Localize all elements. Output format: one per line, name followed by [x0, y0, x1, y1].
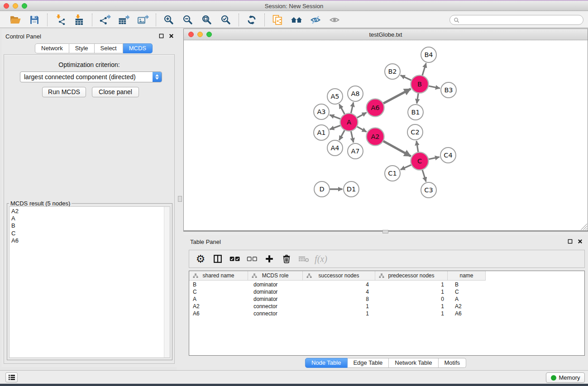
float-panel-icon[interactable] [567, 238, 573, 244]
table-cell[interactable]: 1 [375, 281, 448, 288]
memory-label: Memory [559, 374, 580, 381]
mcds-result-item[interactable]: B [10, 222, 170, 229]
column-header-shared-name[interactable]: shared name [189, 271, 248, 281]
resize-grip-icon[interactable] [581, 224, 587, 230]
close-panel-button[interactable]: Close panel [92, 87, 139, 97]
column-header-successor-nodes[interactable]: successor nodes [303, 271, 375, 281]
run-mcds-button[interactable]: Run MCDS [42, 87, 86, 97]
export-table-icon[interactable] [116, 13, 132, 27]
table-cell[interactable]: 1 [303, 310, 375, 317]
table-cell[interactable]: 4 [303, 288, 375, 295]
table-cell[interactable]: B [448, 281, 486, 288]
table-cell[interactable]: A2 [189, 303, 248, 310]
columns-icon[interactable] [210, 252, 225, 266]
task-history-button[interactable] [5, 372, 18, 382]
table-cell[interactable]: connector [248, 303, 303, 310]
table-cell[interactable]: A6 [189, 310, 248, 317]
table-cell[interactable]: 1 [375, 288, 448, 295]
import-network-icon[interactable] [52, 13, 68, 27]
table-cell[interactable]: A2 [448, 303, 486, 310]
deselect-all-icon[interactable] [244, 252, 260, 266]
table-cell[interactable]: dominator [248, 295, 303, 303]
network-graph[interactable]: AA1A2A3A4A5A6A7A8BB1B2B3B4CC1C2C3C4DD1 [184, 40, 588, 230]
export-network-icon[interactable] [97, 13, 113, 27]
mcds-result-list[interactable]: A2ABCA6 [9, 206, 170, 358]
mcds-result-item[interactable]: A6 [10, 237, 170, 244]
table-row[interactable]: Bdominator41B [189, 281, 584, 288]
delete-row-icon[interactable] [279, 252, 294, 266]
search-field[interactable] [462, 17, 579, 23]
tab-select[interactable]: Select [95, 43, 123, 53]
table-cell[interactable]: 4 [303, 281, 375, 288]
column-header-predecessor-nodes[interactable]: predecessor nodes [375, 271, 448, 281]
show-all-icon[interactable] [326, 13, 343, 27]
add-row-icon[interactable] [262, 252, 277, 266]
column-header-MCDS-role[interactable]: MCDS role [248, 271, 303, 281]
tab-network-table[interactable]: Network Table [389, 358, 438, 368]
network-canvas[interactable]: AA1A2A3A4A5A6A7A8BB1B2B3B4CC1C2C3C4DD1 [184, 40, 588, 230]
horizontal-split-divider[interactable] [183, 231, 588, 235]
table-cell[interactable]: 1 [303, 303, 375, 310]
column-header-name[interactable]: name [448, 271, 486, 281]
divider-handle[interactable] [382, 230, 388, 234]
tab-motifs[interactable]: Motifs [438, 358, 466, 368]
tab-mcds[interactable]: MCDS [123, 43, 153, 53]
table-cell[interactable]: 1 [375, 303, 448, 310]
zoom-fit-icon[interactable] [199, 13, 215, 27]
export-image-icon[interactable] [135, 13, 151, 27]
mcds-result-item[interactable]: C [10, 230, 170, 237]
table-row[interactable]: Adominator80A [189, 295, 584, 303]
table-cell[interactable]: C [448, 288, 486, 295]
table-cell[interactable]: A [448, 295, 486, 303]
table-row[interactable]: A6connector11A6 [189, 310, 584, 317]
close-panel-icon[interactable] [577, 238, 583, 244]
table-cell[interactable]: A6 [448, 310, 486, 317]
tab-style[interactable]: Style [69, 43, 95, 53]
first-neighbors-icon[interactable] [288, 13, 305, 27]
divider-handle[interactable] [178, 196, 182, 202]
mcds-result-item[interactable]: A2 [10, 208, 170, 215]
zoom-in-icon[interactable] [161, 13, 177, 27]
network-from-selection-icon[interactable] [269, 13, 286, 27]
zoom-out-icon[interactable] [180, 13, 196, 27]
search-input[interactable] [449, 15, 583, 25]
scrollbar-track[interactable] [164, 207, 170, 357]
zoom-selected-icon[interactable] [218, 13, 234, 27]
table-cell[interactable]: connector [248, 310, 303, 317]
select-all-icon[interactable] [227, 252, 243, 266]
optimization-criterion-label: Optimization criterion: [4, 61, 174, 68]
float-panel-icon[interactable] [158, 33, 164, 38]
table-cell[interactable]: dominator [248, 288, 303, 295]
tab-network[interactable]: Network [35, 43, 69, 53]
refresh-icon[interactable] [244, 13, 260, 27]
hide-selected-icon[interactable] [307, 13, 324, 27]
criterion-select[interactable]: largest connected component (directed) [20, 71, 162, 82]
network-window-titlebar[interactable]: testGlobe.txt [184, 29, 588, 40]
control-panel-title: Control Panel [5, 33, 41, 40]
table-cell[interactable]: C [189, 288, 248, 295]
toolbar-separator [47, 14, 48, 26]
table-cell[interactable]: 1 [375, 310, 448, 317]
table-cell[interactable]: dominator [248, 281, 303, 288]
settings-icon[interactable]: ⚙ [193, 252, 208, 266]
import-table-icon[interactable] [71, 13, 87, 27]
vertical-split-divider[interactable] [177, 28, 183, 370]
table-cell[interactable]: 0 [375, 295, 448, 303]
mcds-result-item[interactable]: A [10, 215, 170, 222]
table-panel-title: Table Panel [190, 238, 221, 245]
table-cell[interactable]: A [189, 295, 248, 303]
toolbar-separator [239, 14, 239, 26]
table-row[interactable]: Cdominator41C [189, 288, 584, 295]
tab-edge-table[interactable]: Edge Table [347, 358, 389, 368]
network-window-title: testGlobe.txt [184, 31, 588, 38]
tab-node-table[interactable]: Node Table [305, 358, 348, 368]
memory-button[interactable]: Memory [546, 372, 585, 383]
table-row[interactable]: A2connector11A2 [189, 303, 584, 310]
save-session-icon[interactable] [26, 13, 43, 27]
open-session-icon[interactable] [7, 13, 24, 27]
graph-node-label: C1 [388, 170, 397, 177]
table-cell[interactable]: B [189, 281, 248, 288]
close-panel-icon[interactable] [168, 33, 174, 38]
table-cell[interactable]: 8 [303, 295, 375, 303]
graph-node-label: B3 [444, 86, 453, 94]
